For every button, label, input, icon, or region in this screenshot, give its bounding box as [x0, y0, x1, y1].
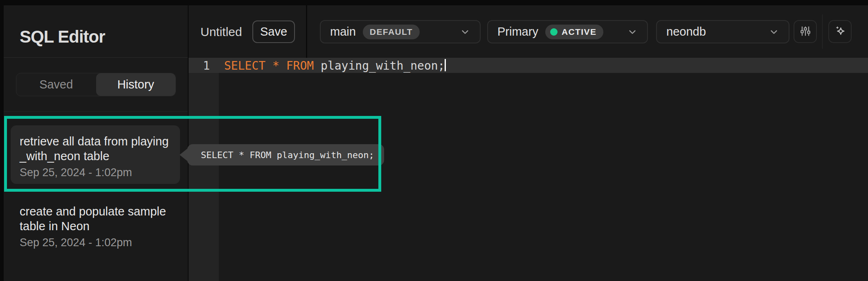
sliders-icon: [799, 25, 812, 39]
branch-select-value: main: [330, 25, 356, 39]
editor-settings-button[interactable]: [794, 20, 817, 43]
history-item-title: retrieve all data from playing_with_neon…: [20, 134, 171, 163]
editor-active-line[interactable]: 1 SELECT * FROM playing_with_neon;: [189, 58, 868, 73]
tab-history[interactable]: History: [96, 73, 176, 96]
sparkle-icon: [833, 24, 847, 39]
chevron-down-icon: [768, 26, 780, 38]
compute-select[interactable]: Primary ACTIVE: [487, 20, 648, 43]
ai-assistant-button[interactable]: [828, 20, 852, 43]
tooltip-arrow: [180, 148, 188, 161]
database-select[interactable]: neondb: [656, 20, 789, 43]
header-column-divider: [306, 5, 307, 58]
tab-history-label: History: [117, 78, 154, 91]
sql-editor-screen: SQL Editor Saved History retrieve all da…: [0, 0, 868, 281]
page-title: SQL Editor: [20, 27, 105, 47]
history-item-timestamp: Sep 25, 2024 - 1:02pm: [20, 166, 171, 179]
editor-panel: Untitled Save main DEFAULT Primary ACTIV…: [189, 5, 868, 281]
sql-code-line[interactable]: SELECT * FROM playing_with_neon;: [224, 59, 446, 73]
history-item-title: create and populate sample table in Neon: [20, 204, 171, 233]
compute-select-value: Primary: [497, 25, 538, 39]
sidebar-header-divider: [4, 57, 188, 58]
header-icon-divider: [822, 14, 823, 49]
sidebar-tabs-divider: [4, 111, 188, 112]
chevron-down-icon: [627, 26, 638, 38]
sidebar: SQL Editor Saved History retrieve all da…: [4, 5, 188, 281]
save-button[interactable]: Save: [252, 20, 295, 43]
history-item[interactable]: create and populate sample table in Neon…: [11, 196, 180, 257]
database-select-value: neondb: [666, 25, 706, 39]
tab-saved[interactable]: Saved: [16, 73, 96, 96]
query-preview-tooltip: SELECT * FROM playing_with_neon;: [187, 144, 384, 165]
active-status-dot-icon: [550, 28, 558, 36]
line-number-gutter: [189, 58, 219, 281]
line-number: 1: [189, 59, 210, 73]
saved-history-tabs: Saved History: [16, 73, 176, 96]
chevron-down-icon: [459, 26, 471, 38]
query-title: Untitled: [200, 25, 242, 39]
compute-status-label: ACTIVE: [562, 27, 596, 37]
history-item-selected[interactable]: retrieve all data from playing_with_neon…: [11, 125, 180, 184]
history-item-timestamp: Sep 25, 2024 - 1:02pm: [20, 236, 171, 249]
text-cursor: [445, 59, 446, 71]
compute-status-badge: ACTIVE: [545, 25, 603, 39]
tab-saved-label: Saved: [39, 78, 73, 91]
branch-default-badge: DEFAULT: [363, 25, 420, 39]
branch-select[interactable]: main DEFAULT: [320, 20, 481, 43]
